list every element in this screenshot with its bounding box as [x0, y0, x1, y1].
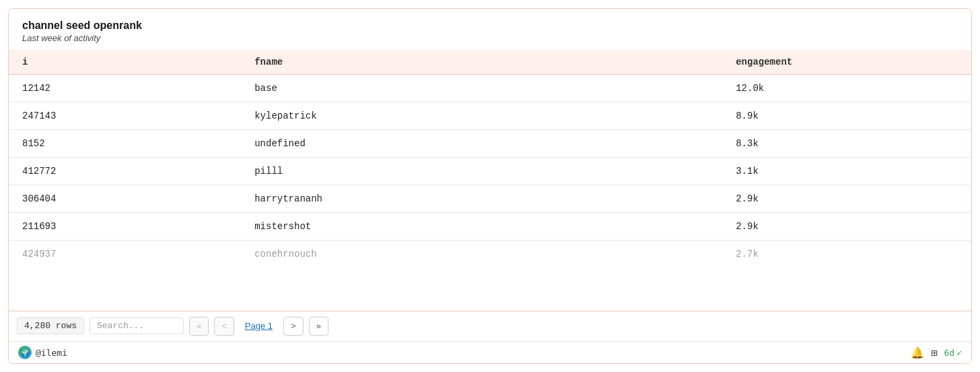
cell-engagement: 8.3k	[722, 130, 971, 158]
table-row: 412772pilll3.1k	[9, 158, 971, 185]
table-subtitle: Last week of activity	[22, 33, 958, 43]
cell-fname: kylepatrick	[241, 102, 722, 130]
cell-fname: undefined	[241, 130, 722, 158]
table-header: channel seed openrank Last week of activ…	[9, 9, 971, 50]
cell-i: 424937	[9, 241, 241, 268]
table-row: 424937conehrnouch2.7k	[9, 241, 971, 268]
table-row: 306404harrytrananh2.9k	[9, 185, 971, 213]
table-row: 211693mistershot2.9k	[9, 213, 971, 241]
pagination-footer: 4,280 rows « < Page 1 > »	[9, 311, 971, 341]
time-badge: 6d ✓	[944, 348, 962, 358]
cell-i: 247143	[9, 102, 241, 130]
table-title: channel seed openrank	[22, 20, 958, 32]
cell-fname: mistershot	[241, 213, 722, 241]
check-icon: ✓	[956, 348, 962, 358]
cell-i: 412772	[9, 158, 241, 185]
page-indicator[interactable]: Page 1	[240, 318, 278, 334]
table-row: 12142base12.0k	[9, 75, 971, 102]
cell-engagement: 12.0k	[722, 75, 971, 102]
cell-fname: harrytrananh	[241, 185, 722, 213]
avatar: 🌍	[18, 346, 32, 359]
bell-icon[interactable]: 🔔	[911, 346, 924, 359]
user-info: 🌍 @ilemi	[18, 346, 67, 359]
cell-i: 211693	[9, 213, 241, 241]
prev-page-button[interactable]: <	[214, 317, 234, 336]
table-header-row: i fname engagement	[9, 50, 971, 75]
first-page-button[interactable]: «	[189, 317, 209, 336]
row-count: 4,280 rows	[17, 317, 84, 334]
table-row: 8152undefined8.3k	[9, 130, 971, 158]
table-wrapper: i fname engagement 12142base12.0k247143k…	[9, 50, 971, 311]
col-header-engagement: engagement	[722, 50, 971, 75]
cell-engagement: 2.9k	[722, 213, 971, 241]
col-header-fname: fname	[241, 50, 722, 75]
cell-engagement: 8.9k	[722, 102, 971, 130]
cell-fname: conehrnouch	[241, 241, 722, 268]
col-header-i: i	[9, 50, 241, 75]
status-bar: 🌍 @ilemi 🔔 ⊞ 6d ✓	[9, 341, 971, 363]
cell-fname: base	[241, 75, 722, 102]
cell-fname: pilll	[241, 158, 722, 185]
cell-i: 306404	[9, 185, 241, 213]
next-page-button[interactable]: >	[283, 317, 304, 336]
cell-i: 8152	[9, 130, 241, 158]
data-table: i fname engagement 12142base12.0k247143k…	[9, 50, 971, 268]
table-row: 247143kylepatrick8.9k	[9, 102, 971, 130]
username: @ilemi	[36, 348, 67, 358]
camera-icon[interactable]: ⊞	[931, 346, 938, 359]
cell-engagement: 2.7k	[722, 241, 971, 268]
time-value: 6d	[944, 348, 955, 358]
last-page-button[interactable]: »	[309, 317, 328, 336]
status-icons: 🔔 ⊞ 6d ✓	[911, 346, 962, 359]
cell-engagement: 3.1k	[722, 158, 971, 185]
cell-i: 12142	[9, 75, 241, 102]
cell-engagement: 2.9k	[722, 185, 971, 213]
search-input[interactable]	[90, 317, 184, 334]
